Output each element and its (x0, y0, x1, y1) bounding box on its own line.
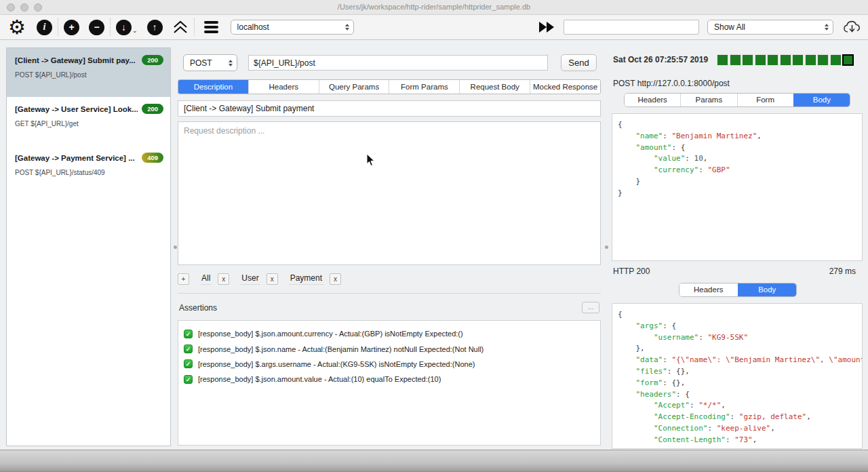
exchange-response-tab-body[interactable]: Body (738, 283, 797, 296)
history-square[interactable] (805, 54, 816, 66)
exchange-request-line: POST http://127.0.0.1:8000/post (613, 79, 730, 88)
method-select-value: POST (190, 58, 223, 68)
check-icon: ✓ (184, 359, 193, 368)
select-updown-icon (825, 24, 829, 31)
history-square[interactable] (755, 54, 766, 66)
import-button[interactable]: ↓ ⌄ (116, 20, 138, 35)
tab-request-body[interactable]: Request Body (459, 80, 530, 94)
history-square[interactable] (830, 54, 842, 66)
exchange-timestamp: Sat Oct 26 07:25:57 2019 (613, 55, 708, 64)
assertions-more-button[interactable]: ... (582, 302, 599, 313)
request-name-input[interactable] (178, 100, 601, 117)
collapse-double-chevron-icon[interactable] (172, 20, 189, 34)
history-square[interactable] (792, 54, 804, 66)
tab-headers[interactable]: Headers (248, 80, 319, 94)
exchange-response-tab-headers[interactable]: Headers (679, 283, 738, 296)
assertions-title: Assertions (179, 303, 217, 313)
tab-description[interactable]: Description (178, 80, 248, 94)
close-window-button[interactable] (7, 3, 15, 12)
run-all-fast-forward-icon[interactable] (538, 21, 555, 33)
api-list-item[interactable]: [Client -> Gateway] Submit pay...200POST… (7, 48, 170, 97)
tab-mocked-response[interactable]: Mocked Response (530, 80, 600, 94)
check-icon: ✓ (184, 345, 193, 353)
environment-select[interactable]: localhost (231, 20, 354, 35)
toolbar-separator (58, 18, 58, 36)
assertion-row[interactable]: ✓[response_body] $.json.amount.value - A… (184, 372, 595, 387)
remove-tag-button[interactable]: x (218, 273, 229, 285)
export-up-icon[interactable]: ↑ (147, 20, 163, 35)
history-square[interactable] (767, 54, 778, 66)
remove-tag-button[interactable]: x (267, 273, 278, 285)
exchange-request-tab-form[interactable]: Form (737, 94, 793, 106)
tab-query-params[interactable]: Query Params (319, 80, 389, 94)
method-select[interactable]: POST (183, 54, 237, 71)
toolbar-separator (194, 18, 195, 36)
exchange-request-tab-headers[interactable]: Headers (625, 94, 680, 106)
assertion-text: [response_body] $.args.username - Actual… (198, 360, 475, 368)
add-tag-button[interactable]: + (178, 273, 189, 285)
show-all-select-value: Show All (714, 22, 819, 32)
tag-all: Allx (200, 273, 229, 285)
request-editor-tabs: DescriptionHeadersQuery ParamsForm Param… (178, 79, 601, 94)
info-icon[interactable]: i (37, 20, 52, 35)
history-square[interactable] (742, 54, 753, 66)
history-square[interactable] (717, 54, 728, 66)
window-controls (7, 3, 42, 12)
history-squares (717, 54, 854, 66)
history-square[interactable] (842, 54, 854, 66)
assertion-row[interactable]: ✓[response_body] $.json.amount.currency … (184, 326, 595, 341)
history-square[interactable] (817, 54, 829, 66)
tab-form-params[interactable]: Form Params (389, 80, 459, 94)
show-all-select[interactable]: Show All (707, 20, 833, 35)
select-updown-icon (345, 24, 349, 31)
assertion-row[interactable]: ✓[response_body] $.args.username - Actua… (184, 357, 595, 372)
splitter-handle[interactable] (174, 245, 177, 249)
response-status: HTTP 200 (613, 267, 650, 276)
status-badge: 200 (142, 104, 163, 114)
tags-row: + AllxUserxPaymentx (178, 271, 341, 288)
add-request-button[interactable]: + (64, 20, 79, 35)
request-body-view: { "name": "Benjamin Martinez", "amount":… (612, 113, 863, 261)
api-item-title: [Client -> Gateway] Submit pay... (15, 56, 138, 64)
assertions-list: ✓[response_body] $.json.amount.currency … (178, 320, 601, 446)
toolbar-separator (110, 18, 111, 36)
remove-request-button[interactable]: − (89, 20, 104, 35)
check-icon: ✓ (184, 330, 193, 338)
remove-tag-button[interactable]: x (330, 273, 341, 285)
check-icon: ✓ (184, 375, 193, 384)
toolbar: ⚙ i + − ↓ ⌄ ↑ localhost Show All (0, 15, 868, 40)
status-badge: 409 (142, 153, 163, 163)
exchange-request-tab-params[interactable]: Params (680, 94, 736, 106)
api-list-item[interactable]: [Gateway -> User Service] Look...200GET … (7, 97, 170, 146)
assertion-row[interactable]: ✓[response_body] $.json.name - Actual:(B… (184, 341, 595, 356)
select-updown-icon (229, 60, 233, 66)
titlebar: /Users/jk/workspace/http-rider/sample/ht… (0, 0, 868, 15)
window-title: /Users/jk/workspace/http-rider/sample/ht… (0, 0, 868, 14)
exchange-response-tabs: HeadersBody (679, 283, 797, 297)
url-input[interactable] (248, 55, 548, 71)
api-list-item[interactable]: [Gateway -> Payment Service] ...409POST … (7, 146, 170, 195)
tag-payment: Paymentx (289, 273, 341, 285)
api-item-subtitle: POST ${API_URL}/status/409 (15, 169, 163, 176)
splitter-handle[interactable] (605, 245, 608, 249)
zoom-window-button[interactable] (34, 3, 42, 12)
assertion-text: [response_body] $.json.amount.currency -… (198, 330, 463, 338)
exchange-request-tab-body[interactable]: Body (793, 94, 850, 106)
chevron-down-icon: ⌄ (132, 27, 138, 35)
request-description-textarea[interactable] (178, 121, 601, 265)
api-list: [Client -> Gateway] Submit pay...200POST… (6, 47, 171, 446)
environments-list-icon[interactable] (204, 21, 218, 33)
api-item-subtitle: GET ${API_URL}/get (15, 120, 163, 127)
history-square[interactable] (730, 54, 741, 66)
send-button[interactable]: Send (561, 54, 597, 71)
minimize-window-button[interactable] (20, 3, 28, 12)
environment-select-value: localhost (237, 22, 340, 32)
api-item-title: [Gateway -> Payment Service] ... (15, 154, 138, 162)
filter-input[interactable] (564, 20, 699, 35)
assertion-text: [response_body] $.json.name - Actual:(Be… (198, 345, 484, 353)
cloud-download-icon[interactable] (843, 20, 861, 35)
tag-label: User (240, 273, 260, 285)
settings-gear-icon[interactable]: ⚙ (7, 20, 27, 35)
api-item-title: [Gateway -> User Service] Look... (15, 105, 138, 113)
history-square[interactable] (780, 54, 791, 66)
